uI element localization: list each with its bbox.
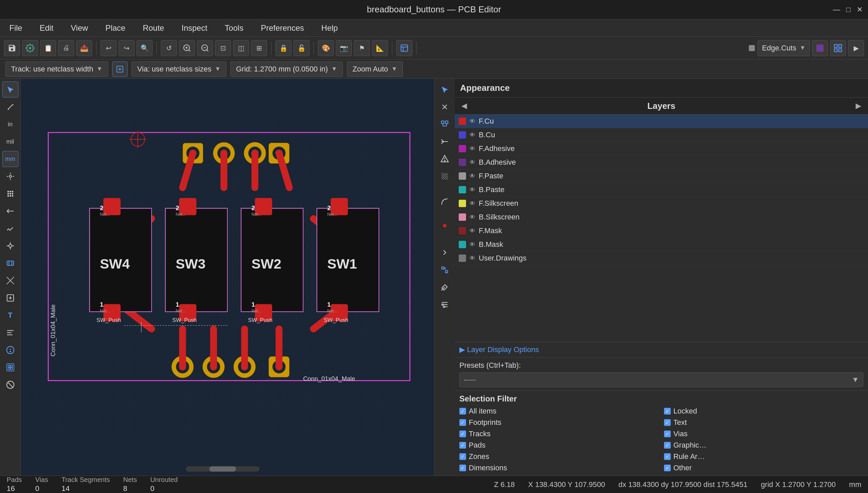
nav-left-arrow[interactable]: ◀ [459,100,470,111]
sf-item-rule-areas[interactable]: Rule Ar… [664,452,863,461]
pen-tool[interactable] [437,279,453,295]
menu-file[interactable]: File [7,22,25,34]
sf-checkbox-footprints[interactable] [459,419,466,426]
place-tool[interactable] [2,238,18,254]
fill-tool[interactable] [2,290,18,306]
sf-item-zones[interactable]: Zones [459,452,659,461]
update-button[interactable]: 📐 [372,40,388,56]
zoom-center-button[interactable]: ⊞ [251,40,267,56]
unlock-button[interactable]: 🔓 [293,40,310,56]
cursor-tool[interactable] [437,82,453,98]
menu-place[interactable]: Place [103,22,128,34]
copy-button[interactable]: 📋 [40,40,56,56]
visible-tool[interactable] [2,377,18,393]
sf-checkbox-tracks[interactable] [459,431,466,437]
close-button[interactable]: ✕ [856,5,863,14]
layer-item-fsilkscreen[interactable]: 👁 F.Silkscreen [455,197,868,210]
sf-item-pads[interactable]: Pads [459,441,659,450]
sf-item-graphics[interactable]: Graphic… [664,441,863,450]
sf-item-footprints[interactable]: Footprints [459,418,659,427]
sf-item-locked[interactable]: Locked [664,407,863,415]
layer-item-bpaste[interactable]: 👁 B.Paste [455,183,868,197]
minimize-button[interactable]: — [833,5,840,14]
sf-item-text[interactable]: Text [664,418,863,427]
grid-dropdown[interactable]: Grid: 1.2700 mm (0.0500 in) ▼ [230,62,343,77]
scripting-button[interactable]: ▶ [848,40,864,56]
sf-checkbox-other[interactable] [664,465,671,471]
sf-checkbox-rule-areas[interactable] [664,453,671,460]
zoom-dropdown[interactable]: Zoom Auto ▼ [347,62,403,77]
netlist-button[interactable] [830,40,846,56]
plot-button[interactable]: 📤 [76,40,92,56]
sf-item-all-items[interactable]: All items [459,407,659,415]
layer-visibility-badhesive[interactable]: 👁 [469,159,475,166]
screenshot-button[interactable]: 📷 [336,40,352,56]
layer-visibility-fadhesive[interactable]: 👁 [469,145,475,152]
arc-tool[interactable] [437,194,453,210]
layer-visibility-fpaste[interactable]: 👁 [469,173,475,180]
pin-tool[interactable] [437,219,453,235]
hatch-tool[interactable] [437,168,453,185]
drc-button[interactable]: ⚑ [354,40,370,56]
select-tool[interactable] [2,82,18,98]
sf-checkbox-all-items[interactable] [459,408,466,414]
via-size-dropdown[interactable]: Via: use netclass sizes ▼ [132,62,226,77]
layer-visibility-fmask[interactable]: 👁 [469,228,475,234]
sf-checkbox-text[interactable] [664,419,671,426]
zoom-in-button[interactable] [179,40,195,56]
grid-tool[interactable] [2,186,18,202]
interactive-router-button[interactable] [112,62,128,77]
layer-item-fadhesive[interactable]: 👁 F.Adhesive [455,142,868,156]
design-rules-tool[interactable] [2,342,18,358]
undo-button[interactable]: ↩ [101,40,116,56]
component-tool[interactable] [2,255,18,271]
sf-checkbox-graphics[interactable] [664,442,671,449]
layer-item-fcu[interactable]: 👁 F.Cu [455,114,868,128]
layer-visibility-bcu[interactable]: 👁 [469,132,475,138]
measure-tool[interactable] [2,99,18,115]
mm-unit[interactable]: mm [2,151,18,167]
sf-checkbox-locked[interactable] [664,408,671,414]
route-tool[interactable] [2,220,18,236]
horizontal-scrollbar[interactable] [186,466,260,472]
layer-visibility-userdrawings[interactable]: 👁 [469,255,475,262]
sf-item-vias[interactable]: Vias [664,430,863,438]
find-button[interactable]: 🔍 [136,40,153,56]
align-tool[interactable] [2,325,18,341]
connect-tool[interactable] [437,116,453,132]
layer-color-button[interactable] [812,40,828,56]
layer-visibility-fcu[interactable]: 👁 [469,118,475,125]
menu-edit[interactable]: Edit [37,22,56,34]
layer-item-fpaste[interactable]: 👁 F.Paste [455,169,868,183]
pcb-tool[interactable] [2,359,18,376]
layer-item-bcu[interactable]: 👁 B.Cu [455,128,868,142]
pcb-canvas-area[interactable]: 2 Net... 1 Net... SW4 SW_Push 2 Net... 1 [21,79,434,476]
layer-selector-dropdown[interactable]: Edge.Cuts ▼ [757,40,810,56]
shape-tool[interactable] [2,273,18,288]
text-tool[interactable]: T [2,307,18,323]
layer-item-userdrawings[interactable]: 👁 User.Drawings [455,252,868,265]
layer-visibility-fsilkscreen[interactable]: 👁 [469,200,475,207]
zoom-fit-button[interactable]: ⊡ [215,40,231,56]
sf-item-other[interactable]: Other [664,464,863,472]
inch-unit[interactable]: in [2,116,18,132]
maximize-button[interactable]: □ [846,5,851,14]
refresh-button[interactable]: ↺ [161,40,177,56]
sf-item-tracks[interactable]: Tracks [459,430,659,438]
properties-button[interactable] [22,40,38,56]
layer-visibility-bpaste[interactable]: 👁 [469,186,475,193]
layer-item-bmask[interactable]: 👁 B.Mask [455,238,868,252]
3d-button[interactable] [396,40,412,56]
menu-preferences[interactable]: Preferences [258,22,307,34]
menu-inspect[interactable]: Inspect [179,22,210,34]
menu-view[interactable]: View [68,22,91,34]
track-tool[interactable] [2,203,18,219]
zoom-area-button[interactable]: ◫ [233,40,249,56]
presets-dropdown[interactable]: ----- ▼ [459,372,863,387]
menu-tools[interactable]: Tools [222,22,246,34]
layer-item-badhesive[interactable]: 👁 B.Adhesive [455,156,868,169]
layer-display-options-toggle[interactable]: ▶ Layer Display Options [459,345,863,354]
lock-button[interactable]: 🔒 [275,40,291,56]
nav-right-arrow[interactable]: ▶ [853,100,864,111]
layer-visibility-bmask[interactable]: 👁 [469,241,475,248]
